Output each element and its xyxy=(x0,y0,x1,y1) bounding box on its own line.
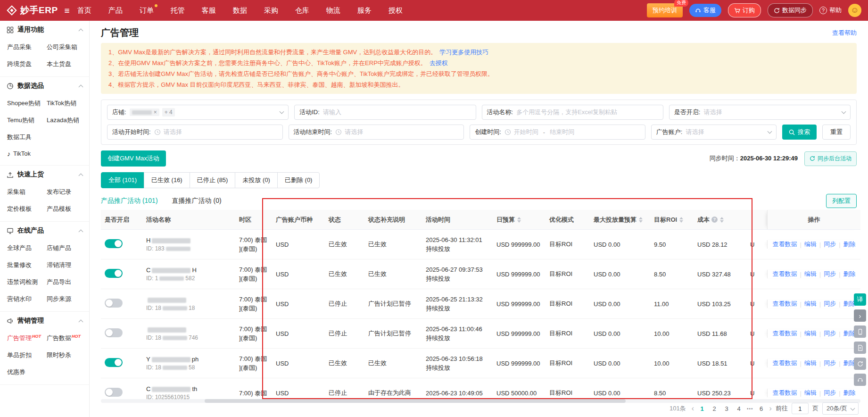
sidebar-item-data-tools[interactable]: 数据工具 xyxy=(7,129,47,146)
sync-link[interactable]: 同步 xyxy=(824,329,836,338)
go-authorize-link[interactable]: 去授权 xyxy=(430,59,448,67)
delete-link[interactable]: 删除 xyxy=(843,389,856,397)
view-data-link[interactable]: 查看数据 xyxy=(772,329,797,338)
create-campaign-button[interactable]: 创建GMV Max活动 xyxy=(101,150,166,167)
end-time-picker[interactable]: 活动结束时间: 请选择 xyxy=(289,125,464,140)
tab-product-campaigns[interactable]: 产品推广活动 (101) xyxy=(101,197,158,205)
col-target-roi[interactable]: 目标ROI xyxy=(650,210,694,230)
column-config-button[interactable]: 列配置 xyxy=(826,194,857,208)
purchase-button[interactable]: 订购 xyxy=(728,3,761,17)
campaign-id-input[interactable]: 活动ID: 请输入 xyxy=(294,105,476,120)
sidebar-item-tiktok-hot[interactable]: TikTok热销 xyxy=(47,95,86,112)
sidebar-item-ad-management[interactable]: 广告管理HOT xyxy=(7,330,47,347)
row-toggle-off[interactable] xyxy=(105,299,123,308)
sidebar-section-online-products[interactable]: 在线产品 xyxy=(0,222,89,240)
nav-hosting[interactable]: 托管 xyxy=(171,6,185,15)
page-button-4[interactable]: 4 xyxy=(735,405,743,412)
nav-customer-service[interactable]: 客服 xyxy=(202,6,216,15)
sync-link[interactable]: 同步 xyxy=(824,389,836,397)
col-cost[interactable]: 成本? xyxy=(694,210,746,230)
sidebar-item-product-template[interactable]: 产品模板 xyxy=(47,200,86,217)
tab-live-campaigns[interactable]: 直播推广活动 (0) xyxy=(172,197,222,205)
row-toggle-off[interactable] xyxy=(105,388,123,397)
data-sync-button[interactable]: 数据同步 xyxy=(768,3,813,17)
collapse-button[interactable]: › xyxy=(854,309,866,322)
delete-link[interactable]: 删除 xyxy=(843,240,856,249)
tab-not-delivering[interactable]: 未投放 (0) xyxy=(235,172,278,188)
page-jump-input[interactable] xyxy=(792,403,809,414)
sidebar-item-collect-box[interactable]: 采集箱 xyxy=(7,183,47,200)
remove-tag-icon[interactable]: × xyxy=(154,109,157,115)
enabled-filter-select[interactable]: 是否开启: 请选择 xyxy=(669,105,851,120)
edit-link[interactable]: 编辑 xyxy=(804,240,817,249)
sidebar-section-marketing[interactable]: 营销管理 xyxy=(0,312,89,330)
mobile-app-button[interactable] xyxy=(854,325,866,338)
row-toggle-on[interactable] xyxy=(105,269,123,278)
service-float-button[interactable] xyxy=(854,374,866,386)
reset-button[interactable]: 重置 xyxy=(822,125,851,140)
sidebar-item-sync-source[interactable]: 同步来源 xyxy=(47,291,86,308)
sort-icon[interactable] xyxy=(720,217,724,223)
sidebar-item-global-products[interactable]: 全球产品 xyxy=(7,240,47,257)
created-time-picker[interactable]: 创建时间: 开始时间 - 结束时间 xyxy=(470,125,645,140)
page-button-6[interactable]: 6 xyxy=(757,405,766,412)
sync-link[interactable]: 同步 xyxy=(824,270,836,278)
sidebar-item-pricing-template[interactable]: 定价模板 xyxy=(7,200,47,217)
sidebar-item-flash-sale[interactable]: 限时秒杀 xyxy=(47,347,86,364)
nav-products[interactable]: 产品 xyxy=(108,6,123,15)
page-button-1[interactable]: 1 xyxy=(698,405,706,412)
delete-link[interactable]: 删除 xyxy=(843,270,856,278)
sidebar-item-coupons[interactable]: 优惠券 xyxy=(7,364,47,381)
nav-home[interactable]: 首页 xyxy=(77,6,91,15)
sort-icon[interactable] xyxy=(517,217,521,223)
training-button[interactable]: 预约培训 免费 xyxy=(647,3,683,17)
sidebar-item-shop-products[interactable]: 店铺产品 xyxy=(47,240,86,257)
horizontal-scrollbar[interactable] xyxy=(205,399,626,403)
row-toggle-off[interactable] xyxy=(105,328,123,337)
sidebar-item-lazada-hot[interactable]: Lazada热销 xyxy=(47,112,86,129)
sync-link[interactable]: 同步 xyxy=(824,240,836,249)
col-max-budget[interactable]: 最大投放量预算 xyxy=(590,210,650,230)
sidebar-item-temu-hot[interactable]: Temu热销 xyxy=(7,112,47,129)
page-size-select[interactable]: 20条/页 xyxy=(822,402,859,415)
nav-services[interactable]: 服务 xyxy=(357,6,372,15)
nav-warehouse[interactable]: 仓库 xyxy=(295,6,309,15)
edit-link[interactable]: 编辑 xyxy=(804,359,817,367)
tab-all[interactable]: 全部 (101) xyxy=(101,172,144,188)
nav-authorization[interactable]: 授权 xyxy=(389,6,403,15)
view-data-link[interactable]: 查看数据 xyxy=(772,359,797,367)
page-button-2[interactable]: 2 xyxy=(710,405,719,412)
sidebar-item-tiktok[interactable]: ♪ TikTok xyxy=(7,146,86,161)
view-data-link[interactable]: 查看数据 xyxy=(772,300,797,308)
sidebar-item-company-collect-box[interactable]: 公司采集箱 xyxy=(47,39,86,56)
sidebar-item-crossborder-supply[interactable]: 跨境货盘 xyxy=(7,56,47,73)
sidebar-item-marketing-watermark[interactable]: 营销水印 xyxy=(7,291,47,308)
edit-link[interactable]: 编辑 xyxy=(804,329,817,338)
view-data-link[interactable]: 查看数据 xyxy=(772,270,797,278)
nav-purchasing[interactable]: 采购 xyxy=(264,6,278,15)
customer-service-button[interactable]: 客服 xyxy=(689,4,721,17)
sidebar-item-product-export[interactable]: 产品导出 xyxy=(47,274,86,291)
nav-logistics[interactable]: 物流 xyxy=(326,6,340,15)
document-button[interactable] xyxy=(854,342,866,354)
tab-active[interactable]: 已生效 (16) xyxy=(144,172,190,188)
info-icon[interactable]: ? xyxy=(711,217,718,223)
translate-button[interactable]: 译 xyxy=(854,293,866,306)
sidebar-section-quick-listing[interactable]: 快速上货 xyxy=(0,166,89,183)
help-button[interactable]: ? 帮助 xyxy=(819,6,842,15)
row-toggle-on[interactable] xyxy=(105,239,123,248)
shop-filter-select[interactable]: 店铺: × + 4 xyxy=(107,105,289,120)
view-data-link[interactable]: 查看数据 xyxy=(772,240,797,249)
learn-more-link[interactable]: 学习更多使用技巧 xyxy=(439,49,488,56)
sidebar-section-data-selection[interactable]: 数据选品 xyxy=(0,77,89,95)
edit-link[interactable]: 编辑 xyxy=(804,389,817,397)
sort-icon[interactable] xyxy=(639,217,643,223)
sidebar-item-item-discount[interactable]: 单品折扣 xyxy=(7,347,47,364)
sidebar-item-local-supply[interactable]: 本土货盘 xyxy=(47,56,86,73)
sidebar-item-ad-data[interactable]: 广告数据HOT xyxy=(47,330,86,347)
avatar[interactable]: ☺ xyxy=(848,4,861,17)
tab-paused[interactable]: 已停止 (85) xyxy=(190,172,236,188)
ad-account-select[interactable]: 广告账户: 请选择 xyxy=(651,125,777,140)
tab-deleted[interactable]: 已删除 (0) xyxy=(277,172,320,188)
page-button-3[interactable]: 3 xyxy=(722,405,731,412)
